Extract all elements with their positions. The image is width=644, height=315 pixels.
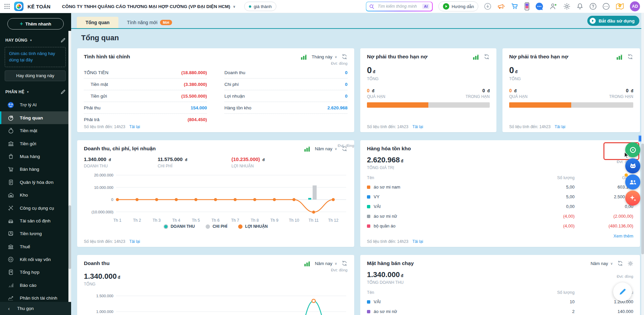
edit-pencil-icon[interactable] [60,38,66,43]
refresh-icon[interactable] [341,54,347,60]
ai-assistant-widget-button[interactable] [625,158,640,173]
help-icon[interactable] [589,3,597,10]
support-widget-button[interactable] [625,142,640,157]
table-row[interactable]: áo sơ mi nữ (4,00) (2.000,00) [367,211,633,221]
table-row[interactable]: áo sơ mi nam 5,00 603.104 [367,182,633,192]
sidebar-item[interactable]: Kho [0,189,71,201]
megaphone-icon[interactable] [497,3,505,10]
app-name: KẾ TOÁN [28,4,51,9]
app-logo[interactable] [14,2,23,11]
sidebar-item[interactable]: Tiền lương [0,227,71,240]
mini-bar-chart-icon[interactable] [301,54,307,60]
ai-badge: AI [422,4,429,9]
series-color-dot [367,300,370,304]
sidebar-item[interactable]: Tổng hợp [0,266,71,279]
refresh-icon[interactable] [484,54,490,60]
period-dropdown[interactable]: Năm nay∨ [315,146,337,151]
play-circle-icon [443,3,449,10]
sidebar-scrollbar-thumb[interactable] [68,205,71,269]
sidebar-item-label: Bán hàng [20,167,39,172]
mini-bar-chart-icon[interactable] [304,260,311,267]
sidebar-item[interactable]: Báo cáo [0,279,71,292]
sidebar-item[interactable]: Quản lý hóa đơn [0,176,71,189]
app-grid-icon[interactable] [4,3,10,9]
company-dropdown[interactable]: CÔNG TY TNHH QUẢNG CÁO THƯƠNG MẠI HỢP CƯ… [62,4,236,9]
company-name: CÔNG TY TNHH QUẢNG CÁO THƯƠNG MẠI HỢP CƯ… [62,4,230,9]
sidebar-item-label: Trợ lý AI [20,102,37,107]
svg-text:(10.000.000): (10.000.000) [92,210,113,214]
sidebar-item[interactable]: Mua hàng [0,150,71,163]
mini-bar-chart-icon[interactable] [616,54,623,60]
reload-link[interactable]: Tải lại [554,124,565,129]
whats-new-icon[interactable] [615,2,624,10]
search-input[interactable] [377,4,420,9]
refresh-icon[interactable] [627,54,633,60]
period-dropdown[interactable]: Năm nay∨ [315,261,337,266]
sidebar-menu: Trợ lý AI Tổng quan Tiền mặt Tiền gửi [0,99,71,305]
chevron-left-icon: ‹ [8,306,10,311]
gear-icon[interactable] [563,3,571,10]
tab-new-features[interactable]: Tính năng mới Mới [118,17,181,28]
favorite-this-page-button[interactable]: Hay dùng trang này [5,70,66,81]
sidebar-item[interactable]: Trợ lý AI [0,99,71,111]
period-dropdown[interactable]: Tháng này∨ [312,54,337,59]
mini-bar-chart-icon[interactable] [304,146,311,152]
mini-bar-chart-icon[interactable] [473,54,479,60]
sidebar-item[interactable]: Bán hàng [0,163,71,176]
settings-gear-icon[interactable] [628,261,633,266]
page-scrollbar-thumb[interactable] [641,144,644,254]
reload-link[interactable]: Tải lại [412,124,423,129]
start-using-button[interactable]: Bắt đầu sử dụng [587,16,639,26]
see-more-link[interactable]: Xem thêm [367,233,633,239]
sidebar-item-label: Kết nối vay vốn [20,257,51,262]
download-icon[interactable] [484,3,491,10]
overdue-label: QUÁ HẠN [509,94,528,99]
sidebar-item[interactable]: Công cụ dụng cụ [0,202,71,214]
edit-fab-button[interactable] [613,282,632,301]
bell-icon[interactable] [576,3,584,10]
collapse-sidebar-button[interactable]: ‹ Thu gọn [0,302,71,315]
guide-button[interactable]: Hướng dẫn [438,1,478,11]
sidebar-item-icon [7,243,14,250]
period-dropdown[interactable]: Năm nay∨ [591,261,613,266]
company-tag[interactable]: giá thành [244,2,276,11]
ai-sparkle-widget-button[interactable] [625,191,640,206]
refresh-icon[interactable] [617,260,623,266]
sidebar-item[interactable]: Tài sản cố định [0,214,71,227]
cart-icon[interactable] [511,3,519,10]
series-color-dot [367,186,370,189]
tab-overview[interactable]: Tổng quan [77,17,118,28]
caret-down-icon[interactable]: ▾ [27,90,29,94]
more-icon[interactable] [602,3,610,10]
sidebar-item-label: Tài sản cố định [20,218,51,223]
series-color-dot [367,195,370,199]
caret-down-icon[interactable]: ▾ [30,39,32,42]
chat-icon[interactable] [535,2,544,11]
sidebar-item[interactable]: Tiền mặt [0,124,71,137]
table-row[interactable]: bộ quần áo (4,00) (480.136,00) [367,221,633,231]
sidebar-item-icon [7,179,14,186]
sidebar-item-icon [7,153,14,160]
reload-link[interactable]: Tải lại [412,239,423,244]
mobile-app-icon[interactable] [525,2,529,10]
avatar[interactable]: AD [630,1,640,11]
quick-add-button[interactable]: + Thêm nhanh [7,18,64,30]
add-user-icon[interactable] [549,3,557,10]
edit-pencil-icon[interactable] [60,89,66,95]
finance-row: Hàng tồn kho 2.620.968 [224,102,347,114]
table-row[interactable]: VẢI 10 1.200.000 [367,297,633,307]
refresh-icon[interactable] [341,260,347,266]
reload-link[interactable]: Tải lại [129,124,140,129]
table-row[interactable]: VY 5,00 2.500.000 [367,192,633,202]
sidebar-item-label: Công cụ dụng cụ [20,206,54,211]
table-row[interactable]: VẢI 0,00 0,00 [367,202,633,211]
sidebar-item[interactable]: Tiền gửi [0,137,71,150]
community-widget-button[interactable] [625,174,640,190]
reload-link[interactable]: Tải lại [129,239,140,244]
sidebar-item[interactable]: Tổng quan [0,111,71,124]
overdue-label: QUÁ HẠN [367,94,385,99]
table-row[interactable]: áo sơ mi nữ 2 140.000 [367,307,633,315]
svg-text:Th 4: Th 4 [172,218,180,223]
sidebar-item[interactable]: Thuế [0,240,71,253]
sidebar-item[interactable]: Kết nối vay vốn [0,253,71,266]
